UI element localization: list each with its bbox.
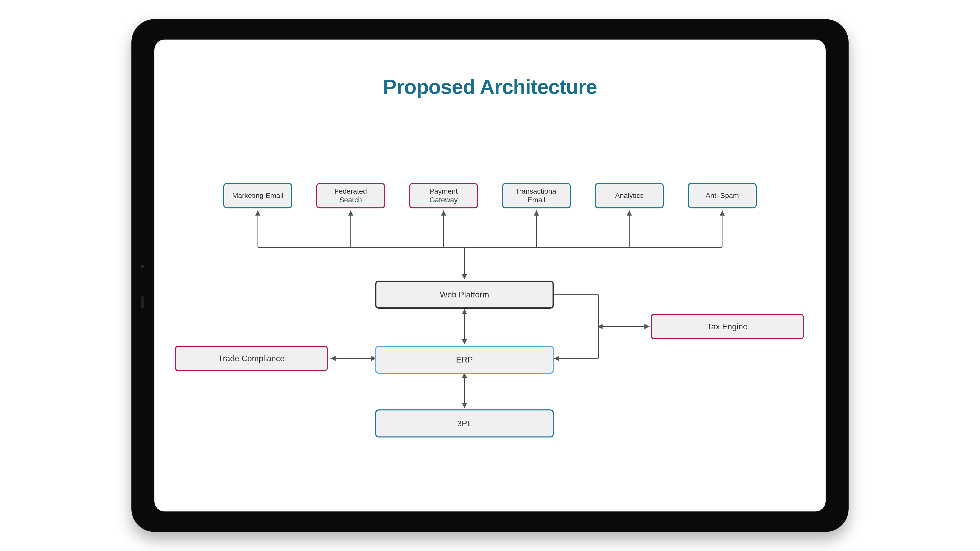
box-marketing-email: Marketing Email (223, 183, 292, 208)
box-3pl: 3PL (375, 410, 554, 437)
box-label: Anti-Spam (706, 191, 739, 200)
box-trade-compliance: Trade Compliance (175, 346, 328, 371)
box-label: Trade Compliance (218, 354, 285, 363)
box-anti-spam: Anti-Spam (688, 183, 757, 208)
box-erp: ERP (375, 346, 554, 374)
box-label: Tax Engine (707, 322, 748, 331)
box-label: Payment Gateway (415, 187, 472, 204)
box-payment-gateway: Payment Gateway (409, 183, 478, 208)
box-analytics: Analytics (595, 183, 664, 208)
diagram-canvas: Marketing Email Federated Search Payment… (154, 40, 826, 511)
box-web-platform: Web Platform (375, 281, 554, 309)
box-label: Web Platform (440, 290, 489, 300)
box-label: Analytics (615, 191, 644, 200)
box-label: Marketing Email (232, 191, 283, 200)
box-label: ERP (456, 355, 473, 365)
box-label: Transactional Email (508, 187, 565, 204)
box-label: 3PL (457, 419, 472, 428)
box-federated-search: Federated Search (316, 183, 385, 208)
box-tax-engine: Tax Engine (651, 314, 804, 339)
box-label: Federated Search (322, 187, 379, 204)
tablet-frame: Proposed Architecture (131, 19, 849, 532)
connector-lines (154, 40, 826, 511)
tablet-screen: Proposed Architecture (154, 40, 826, 511)
box-transactional-email: Transactional Email (502, 183, 571, 208)
